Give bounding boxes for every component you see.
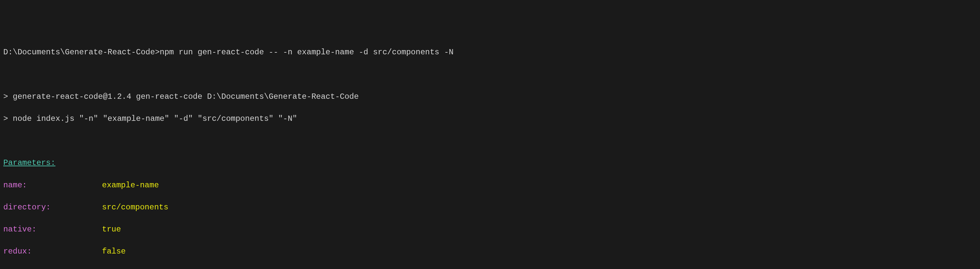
- npm-output-1: > generate-react-code@1.2.4 gen-react-co…: [3, 92, 359, 101]
- param-label: native:: [3, 224, 102, 235]
- blank-line: [3, 69, 977, 80]
- param-row-redux: redux:false: [3, 246, 977, 257]
- parameters-header-line: Parameters:: [3, 158, 977, 169]
- command-text: npm run gen-react-code -- -n example-nam…: [160, 48, 453, 57]
- output-line-2: > node index.js "-n" "example-name" "-d"…: [3, 113, 977, 124]
- param-label: directory:: [3, 202, 102, 213]
- blank-line: [3, 135, 977, 146]
- npm-output-2: > node index.js "-n" "example-name" "-d"…: [3, 114, 297, 123]
- param-label: name:: [3, 180, 102, 191]
- param-label: redux:: [3, 246, 102, 257]
- output-line-1: > generate-react-code@1.2.4 gen-react-co…: [3, 91, 977, 102]
- parameters-header: Parameters:: [3, 158, 55, 167]
- param-value: src/components: [102, 202, 169, 213]
- param-row-directory: directory:src/components: [3, 202, 977, 213]
- param-row-name: name:example-name: [3, 180, 977, 191]
- prompt-path: D:\Documents\Generate-React-Code>: [3, 48, 160, 57]
- param-value: true: [102, 224, 121, 235]
- command-line: D:\Documents\Generate-React-Code>npm run…: [3, 47, 977, 58]
- param-row-native: native:true: [3, 224, 977, 235]
- param-value: example-name: [102, 180, 159, 191]
- param-value: false: [102, 246, 126, 257]
